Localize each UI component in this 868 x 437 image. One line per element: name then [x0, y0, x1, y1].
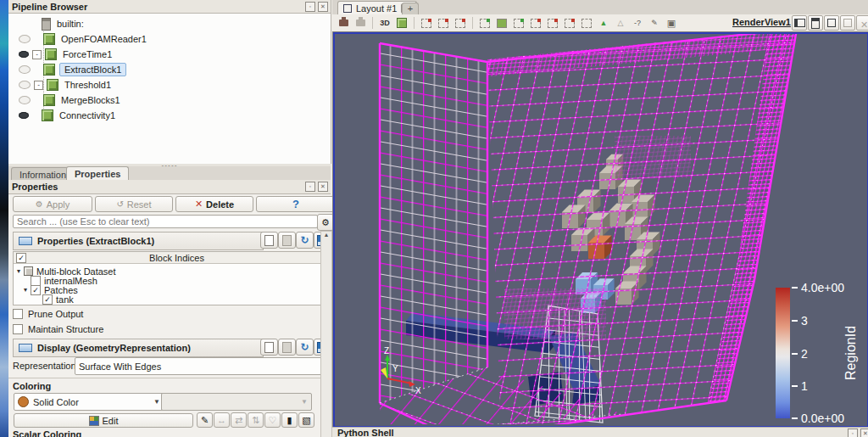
- block-row-tank[interactable]: ✓ tank: [42, 294, 74, 304]
- help-button[interactable]: ?: [256, 196, 336, 212]
- patches-checkbox[interactable]: ✓: [31, 285, 41, 295]
- edit-color-button[interactable]: Edit: [14, 413, 193, 428]
- tab-information[interactable]: Information: [11, 167, 75, 181]
- visibility-toggle[interactable]: [19, 96, 31, 104]
- delete-x-icon: ✕: [195, 199, 203, 210]
- visibility-toggle[interactable]: [19, 112, 29, 119]
- split-horizontal-button[interactable]: [792, 15, 807, 31]
- undock-icon[interactable]: ◦: [848, 429, 858, 437]
- pipeline-item-openfoamreader1[interactable]: OpenFOAMReader1: [8, 31, 331, 47]
- render-view-label[interactable]: RenderView1: [732, 17, 791, 27]
- select-points-on-button[interactable]: [436, 15, 451, 31]
- representation-dropdown[interactable]: Surface With Edges▼: [75, 357, 336, 375]
- close-icon[interactable]: ✕: [318, 2, 328, 12]
- edit-scalar-bar-button[interactable]: ✎: [197, 412, 213, 428]
- select-cells-polygon-button[interactable]: [545, 15, 560, 31]
- colorbar-title: RegionId: [843, 326, 858, 380]
- select-cells-through-button[interactable]: [453, 15, 468, 31]
- undock-icon[interactable]: ◦: [305, 182, 315, 192]
- camera-undo-button[interactable]: [336, 15, 351, 31]
- color-array-dropdown[interactable]: Solid Color▼: [14, 393, 164, 411]
- colorbar-gradient: [776, 288, 790, 418]
- maximize-view-button[interactable]: [824, 15, 839, 31]
- hover-query-button[interactable]: -?: [630, 15, 645, 31]
- pipeline-item-threshold1[interactable]: - Threshold1: [8, 77, 331, 92]
- paste-display-button[interactable]: [278, 339, 296, 356]
- clear-selection-button[interactable]: ▣: [664, 15, 679, 31]
- rescale-visible-range-button[interactable]: ⇅: [248, 412, 264, 428]
- paste-properties-button[interactable]: [278, 232, 296, 249]
- choose-preset-button[interactable]: ♡: [264, 412, 281, 428]
- grow-selection-button[interactable]: ▲: [596, 15, 611, 31]
- interactive-select-points-button[interactable]: [528, 15, 543, 31]
- search-options-gear-icon[interactable]: ⚙: [317, 214, 334, 231]
- pipeline-item-forcetime1[interactable]: - ForceTime1: [8, 47, 331, 62]
- new-layout-tab[interactable]: +: [402, 3, 419, 15]
- render-view[interactable]: Z Y X 4.0e+00 3 2 1 0.0e+00 Regi: [332, 31, 868, 429]
- shrink-selection-button[interactable]: △: [613, 15, 628, 31]
- tab-properties[interactable]: Properties: [66, 166, 129, 181]
- visibility-toggle[interactable]: [19, 81, 31, 89]
- copy-display-button[interactable]: [260, 339, 278, 356]
- restore-display-defaults-button[interactable]: ↻: [296, 339, 314, 356]
- pipeline-item-mergeblocks1[interactable]: MergeBlocks1: [8, 92, 331, 108]
- toggle-2d3d-button[interactable]: 3D: [377, 15, 392, 31]
- copy-properties-button[interactable]: [260, 232, 278, 249]
- close-view-button[interactable]: ✕: [856, 15, 868, 31]
- colorbar-tick2-label: 2: [801, 347, 808, 361]
- python-shell-title: Python Shell: [337, 428, 394, 437]
- select-block-button[interactable]: [494, 15, 509, 31]
- properties-scrollbar[interactable]: ▲: [320, 231, 332, 437]
- close-icon[interactable]: ✕: [860, 429, 868, 437]
- apply-button[interactable]: ⚙Apply: [13, 196, 92, 212]
- annotate-selection-button[interactable]: ✎: [647, 15, 662, 31]
- select-cells-on-button[interactable]: [419, 15, 434, 31]
- display-section-header[interactable]: Display (GeometryRepresentation): [13, 339, 264, 357]
- scroll-up-icon[interactable]: ▲: [321, 232, 331, 238]
- visibility-toggle[interactable]: [19, 65, 31, 74]
- properties-section-header[interactable]: Properties (ExtractBlock1): [13, 232, 264, 250]
- popout-view-button[interactable]: [840, 15, 855, 31]
- prune-output-row[interactable]: Prune Output: [13, 309, 83, 319]
- maintain-structure-checkbox[interactable]: [13, 324, 23, 334]
- block-row-patches[interactable]: ▾ ✓ Patches: [24, 285, 78, 294]
- separate-colormap-button[interactable]: ▧: [298, 412, 314, 428]
- zoom-to-selection-button[interactable]: [579, 15, 594, 31]
- tank-checkbox[interactable]: ✓: [42, 294, 53, 305]
- render-view-canvas[interactable]: Z Y X 4.0e+00 3 2 1 0.0e+00 Regi: [335, 34, 867, 424]
- properties-titlebar[interactable]: Properties ◦ ✕: [8, 180, 331, 194]
- collapse-icon[interactable]: -: [32, 50, 42, 59]
- pipeline-item-extractblock1[interactable]: ExtractBlock1: [8, 62, 341, 77]
- undock-icon[interactable]: ◦: [305, 2, 315, 12]
- split-vertical-button[interactable]: [808, 15, 823, 31]
- caret-down-icon[interactable]: ▾: [17, 267, 20, 275]
- restore-defaults-button[interactable]: ↻: [296, 232, 314, 249]
- check-all-checkbox[interactable]: ✓: [16, 253, 26, 263]
- rescale-custom-range-button[interactable]: ⇄: [231, 412, 247, 428]
- interactive-select-cells-button[interactable]: [511, 15, 526, 31]
- rescale-data-range-button[interactable]: ↔: [214, 412, 230, 428]
- python-shell-titlebar[interactable]: Python Shell ◦ ✕: [332, 427, 868, 437]
- select-points-polygon-icon: [565, 19, 575, 28]
- collapse-icon[interactable]: -: [34, 81, 43, 90]
- camera-redo-button[interactable]: [353, 15, 368, 31]
- select-points-through-button[interactable]: [477, 15, 492, 31]
- maintain-structure-row[interactable]: Maintain Structure: [13, 324, 103, 334]
- delete-button[interactable]: ✕ Delete: [175, 196, 253, 212]
- adjust-camera-button[interactable]: [394, 15, 409, 31]
- close-icon[interactable]: ✕: [318, 182, 328, 192]
- show-color-legend-button[interactable]: ▮: [281, 412, 298, 428]
- block-row-internalmesh[interactable]: internalMesh: [31, 276, 97, 285]
- prune-output-checkbox[interactable]: [13, 309, 23, 319]
- search-input[interactable]: [13, 215, 318, 228]
- block-row-multiblock[interactable]: ▾ Multi-block Dataset: [17, 266, 116, 276]
- visibility-toggle[interactable]: [19, 51, 29, 58]
- source-cube-icon: [45, 48, 57, 60]
- visibility-toggle[interactable]: [19, 35, 31, 43]
- caret-down-icon[interactable]: ▾: [24, 286, 27, 294]
- pipeline-item-connectivity1[interactable]: Connectivity1: [8, 108, 331, 123]
- reset-button[interactable]: ↺Reset: [95, 196, 173, 212]
- pipeline-browser-titlebar[interactable]: Pipeline Browser ◦ ✕: [8, 0, 331, 14]
- select-points-polygon-button[interactable]: [562, 15, 577, 31]
- pipeline-item-builtin[interactable]: builtin:: [8, 16, 331, 31]
